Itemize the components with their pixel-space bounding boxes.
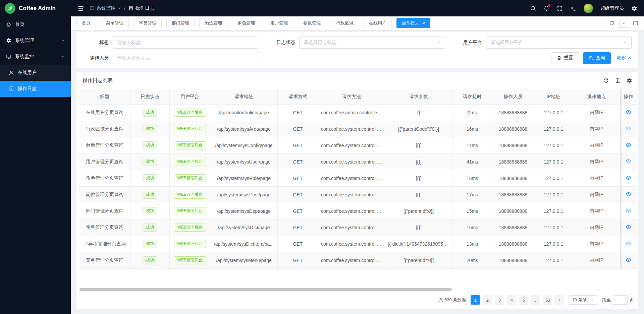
search-icon bbox=[589, 56, 593, 60]
column-header: 请求耗时 bbox=[452, 89, 492, 105]
sidebar-item-system-management[interactable]: 系统管理 bbox=[0, 33, 71, 49]
cell-operator: 18888888888 bbox=[492, 236, 534, 252]
page-button-4[interactable]: 4 bbox=[507, 295, 516, 305]
cell-status: 成功 bbox=[130, 137, 170, 154]
cell-title: 岗位管理分页查询 bbox=[79, 187, 130, 203]
page-button-53[interactable]: 53 bbox=[543, 295, 552, 305]
column-settings-gear-icon[interactable] bbox=[627, 78, 632, 83]
page-button-1[interactable]: 1 bbox=[471, 295, 480, 305]
next-page-button[interactable] bbox=[554, 295, 564, 305]
eye-icon bbox=[626, 257, 631, 263]
tab-menu[interactable]: 菜单管理 bbox=[101, 18, 129, 28]
cell-status: 成功 bbox=[130, 154, 170, 170]
fullscreen-icon[interactable] bbox=[557, 5, 563, 11]
layout-icon[interactable] bbox=[633, 20, 638, 26]
settings-gear-icon[interactable] bbox=[631, 5, 637, 11]
cell-action bbox=[620, 203, 637, 219]
user-icon bbox=[9, 70, 14, 75]
tab-dept[interactable]: 部门管理 bbox=[166, 18, 195, 28]
tab-user[interactable]: 用户管理 bbox=[265, 18, 293, 28]
log-status-select[interactable]: 请选择日志状态 bbox=[299, 37, 445, 49]
view-detail-button[interactable] bbox=[626, 142, 631, 148]
tab-dict[interactable]: 字典管理 bbox=[133, 18, 162, 28]
page-button-5[interactable]: 5 bbox=[519, 295, 528, 305]
cell-method: GET bbox=[278, 137, 318, 154]
user-avatar[interactable] bbox=[584, 4, 593, 13]
user-platform-select[interactable]: 请选择用户平台 bbox=[486, 37, 632, 49]
sidebar-item-system-monitor[interactable]: 系统监控 bbox=[0, 49, 71, 65]
view-detail-button[interactable] bbox=[626, 257, 631, 263]
view-detail-button[interactable] bbox=[626, 224, 631, 230]
cell-title: 菜单管理分页查询 bbox=[79, 252, 130, 269]
search-icon[interactable] bbox=[530, 5, 536, 11]
cell-params: [{}] bbox=[385, 137, 452, 154]
trash-icon bbox=[557, 56, 561, 60]
view-detail-button[interactable] bbox=[626, 126, 631, 131]
view-detail-button[interactable] bbox=[626, 241, 631, 246]
refresh-icon[interactable] bbox=[609, 20, 614, 26]
cell-operator: 18888888888 bbox=[492, 187, 534, 203]
jump-page-input[interactable] bbox=[613, 295, 628, 305]
tab-close-icon[interactable]: × bbox=[422, 21, 425, 25]
cell-func: com.coffee.system.controlle... bbox=[318, 219, 385, 236]
cell-url: /api/system/sysUser/page bbox=[210, 154, 278, 170]
refresh-icon[interactable] bbox=[603, 78, 609, 83]
menu-fold-icon[interactable] bbox=[77, 5, 84, 12]
reset-button[interactable]: 重置 bbox=[551, 52, 579, 64]
column-height-icon[interactable] bbox=[615, 78, 621, 83]
status-badge: 成功 bbox=[143, 125, 157, 133]
sidebar-item-home[interactable]: 首页 bbox=[0, 16, 71, 33]
translate-icon[interactable]: 文A bbox=[570, 5, 576, 11]
cell-params: [{"dictId":140647326180950... bbox=[385, 236, 452, 252]
title-input[interactable] bbox=[113, 37, 258, 49]
cell-url: /api/system/sysDictItem/pa... bbox=[210, 236, 278, 252]
platform-badge: WEB管理后台 bbox=[174, 191, 206, 199]
page-button-2[interactable]: 2 bbox=[483, 295, 492, 305]
table-row: 岗位管理分页查询成功WEB管理后台/api/system/sysPost/pag… bbox=[79, 187, 637, 203]
eye-icon bbox=[626, 109, 631, 115]
sidebar-item-operation-log[interactable]: 操作日志 bbox=[0, 81, 71, 97]
coffee-leaf-icon bbox=[5, 3, 15, 14]
sidebar-item-online-users[interactable]: 在线用户 bbox=[0, 65, 71, 81]
tab-home[interactable]: 首页 bbox=[76, 18, 96, 28]
tab-log[interactable]: 操作日志× bbox=[396, 18, 430, 28]
column-header: 用户平台 bbox=[170, 89, 210, 105]
tab-label: 角色管理 bbox=[237, 20, 255, 26]
cell-url: /api/system/sysRole/page bbox=[210, 170, 278, 187]
app-logo: Coffee Admin bbox=[0, 0, 71, 16]
collapse-toggle[interactable]: 收起 bbox=[617, 55, 632, 61]
view-detail-button[interactable] bbox=[626, 109, 631, 115]
cell-title: 用户管理分页查询 bbox=[79, 154, 130, 170]
search-button[interactable]: 查询 bbox=[583, 52, 611, 64]
view-detail-button[interactable] bbox=[626, 175, 631, 181]
tab-online[interactable]: 在线用户 bbox=[364, 18, 392, 28]
gear-icon bbox=[6, 38, 11, 43]
user-name[interactable]: 超级管理员 bbox=[600, 5, 624, 11]
cell-func: com.coffee.system.controlle... bbox=[318, 154, 385, 170]
tabs-dropdown-button[interactable] bbox=[619, 19, 628, 28]
platform-badge: WEB管理后台 bbox=[174, 256, 206, 264]
view-detail-button[interactable] bbox=[626, 191, 631, 197]
view-detail-button[interactable] bbox=[626, 208, 631, 213]
cell-title: 参数管理分页查询 bbox=[79, 137, 130, 154]
tab-role[interactable]: 角色管理 bbox=[232, 18, 260, 28]
scrollbar-thumb[interactable] bbox=[79, 288, 452, 291]
cell-method: GET bbox=[278, 121, 318, 137]
page-size-select[interactable]: 10 条/页 bbox=[569, 295, 597, 305]
notification-bell-icon[interactable] bbox=[543, 5, 549, 11]
cell-duration: 41ms bbox=[452, 154, 492, 170]
cell-operator: 18888888888 bbox=[492, 137, 534, 154]
tab-config[interactable]: 参数管理 bbox=[298, 18, 326, 28]
eye-icon bbox=[626, 241, 631, 246]
page-button-3[interactable]: 3 bbox=[495, 295, 504, 305]
cell-url: /api/system/sysPost/page bbox=[210, 187, 278, 203]
platform-badge: WEB管理后台 bbox=[174, 207, 206, 215]
tab-post[interactable]: 岗位管理 bbox=[199, 18, 227, 28]
operator-input[interactable] bbox=[113, 52, 258, 64]
cell-status: 成功 bbox=[130, 170, 170, 187]
breadcrumb-item-monitor[interactable]: 系统监控 bbox=[90, 5, 121, 11]
cell-title: 行政区域分页查询 bbox=[79, 121, 130, 137]
status-badge: 成功 bbox=[143, 240, 157, 248]
tab-area[interactable]: 行政区域 bbox=[331, 18, 359, 28]
view-detail-button[interactable] bbox=[626, 159, 631, 164]
